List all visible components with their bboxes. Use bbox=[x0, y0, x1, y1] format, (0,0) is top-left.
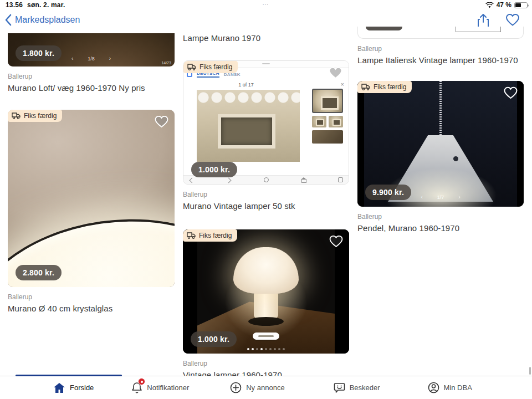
thumbnail bbox=[312, 116, 326, 127]
tab-notifikationer[interactable]: Notifikationer bbox=[131, 382, 189, 393]
carousel-next-icon[interactable]: › bbox=[109, 55, 111, 62]
tab-label: Beskeder bbox=[350, 383, 380, 392]
favorite-heart-button[interactable] bbox=[329, 234, 344, 248]
truck-icon bbox=[187, 64, 196, 70]
fiks-faerdig-label: Fiks færdig bbox=[24, 112, 57, 120]
listing-location: Ballerup bbox=[8, 293, 175, 301]
tab-beskeder[interactable]: Beskeder bbox=[334, 382, 380, 393]
listing-image-pendant-lamp[interactable]: Fiks færdig 9.900 kr. ‹ 1/7 › bbox=[357, 81, 524, 207]
browser-tabs-icon bbox=[338, 177, 343, 182]
inner-photo-counter: 1 of 17 bbox=[183, 82, 309, 88]
listing-location: Ballerup bbox=[183, 191, 349, 198]
fiks-faerdig-badge: Fiks færdig bbox=[183, 61, 238, 73]
thumbnail bbox=[312, 89, 343, 113]
plus-circle-icon bbox=[230, 382, 242, 393]
inner-main-photo bbox=[197, 90, 300, 162]
fiks-faerdig-label: Fiks færdig bbox=[199, 232, 232, 239]
truck-icon bbox=[187, 232, 196, 239]
photo-letterbox bbox=[357, 81, 364, 207]
image-counter: 14/23 bbox=[161, 61, 171, 65]
listing-location: Ballerup bbox=[8, 73, 175, 80]
listing-column-2: Lampe Murano 1970 DEUTSCH DANSK 1 of 17 … bbox=[183, 33, 349, 380]
listing-column-1: 1.800 kr. ‹ 1/8 › 14/23 Ballerup Murano … bbox=[8, 33, 175, 313]
notification-badge bbox=[138, 378, 145, 385]
scrollbar[interactable] bbox=[529, 367, 531, 375]
carousel-next-icon[interactable]: › bbox=[458, 194, 460, 200]
lamp-base bbox=[248, 317, 284, 326]
home-icon bbox=[53, 382, 65, 393]
fiks-faerdig-badge: Fiks færdig bbox=[357, 81, 412, 93]
browser-forward-icon bbox=[226, 177, 231, 182]
favorite-heart-button[interactable] bbox=[503, 86, 518, 100]
listing-image-gallery-screenshot[interactable]: DEUTSCH DANSK 1 of 17 × bbox=[183, 60, 349, 185]
browser-reload-icon bbox=[264, 177, 269, 182]
app-screen: 13.56søn. 2. mar. ⋯ 47 % Markedspladsen bbox=[0, 0, 532, 399]
listing-column-3: Ballerup Lampe Italiensk Vintage lamper … bbox=[357, 33, 524, 233]
tab-label: Notifikationer bbox=[147, 383, 189, 392]
browser-back-icon bbox=[189, 177, 194, 182]
fiks-faerdig-badge: Fiks færdig bbox=[183, 229, 237, 242]
listing-title[interactable]: Murano Ø 40 cm krystalglas bbox=[8, 304, 175, 313]
listing-title[interactable]: Lampe Italiensk Vintage lamper 1960-1970 bbox=[357, 55, 524, 65]
back-chevron-icon bbox=[4, 14, 12, 26]
tab-label: Forside bbox=[70, 383, 94, 392]
listing-title[interactable]: Murano Vintage lamper 50 stk bbox=[183, 201, 349, 211]
image-carousel-controls[interactable]: ‹ 1/8 › bbox=[8, 55, 175, 62]
carousel-prev-icon[interactable]: ‹ bbox=[421, 194, 422, 200]
carousel-prev-icon[interactable]: ‹ bbox=[71, 55, 73, 62]
listing-location: Ballerup bbox=[357, 45, 524, 53]
buy-button-partial bbox=[456, 27, 501, 32]
listing-title[interactable]: Murano Loft/ væg 1960-1970 Ny pris bbox=[8, 83, 175, 93]
listing-title[interactable]: Pendel, Murano 1960-1970 bbox=[357, 223, 524, 233]
listing-image-mushroom-lamp[interactable]: Fiks færdig 1.000 kr. bbox=[183, 229, 349, 354]
tab-ny-annonce[interactable]: Ny annonce bbox=[230, 382, 284, 393]
favorite-heart-button[interactable] bbox=[328, 66, 343, 80]
profile-icon bbox=[428, 382, 439, 393]
tab-label: Min DBA bbox=[444, 383, 472, 392]
thumbnail bbox=[329, 116, 343, 127]
photo-letterbox bbox=[517, 81, 524, 207]
carousel-page: 1/7 bbox=[437, 195, 444, 200]
fiks-faerdig-label: Fiks færdig bbox=[200, 63, 232, 71]
fiks-faerdig-label: Fiks færdig bbox=[374, 83, 406, 91]
listing-location: Ballerup bbox=[357, 213, 524, 221]
favorite-heart-button[interactable] bbox=[154, 115, 169, 129]
truck-icon bbox=[361, 84, 370, 90]
bottom-tab-bar: Forside Notifikationer Ny annonce Besked… bbox=[0, 376, 532, 399]
inner-close-icon: × bbox=[341, 81, 344, 88]
lamp-cap bbox=[233, 247, 299, 294]
truck-icon bbox=[12, 112, 21, 119]
tab-label: Ny annonce bbox=[246, 383, 284, 392]
active-tab-indicator bbox=[16, 375, 122, 376]
listing-image-cutoff[interactable] bbox=[357, 27, 524, 39]
browser-home-icon bbox=[301, 177, 306, 182]
wifi-icon bbox=[485, 2, 494, 8]
carousel-page: 1/8 bbox=[88, 56, 95, 62]
inner-thumbnails bbox=[312, 89, 344, 144]
buy-now-pill bbox=[253, 332, 279, 340]
price-badge: 1.000 kr. bbox=[191, 162, 237, 177]
image-carousel-controls[interactable]: ‹ 1/7 › bbox=[357, 194, 524, 200]
status-bar: 13.56søn. 2. mar. ⋯ 47 % bbox=[0, 0, 532, 10]
fiks-faerdig-badge: Fiks færdig bbox=[8, 110, 62, 122]
listing-image-murano-loft[interactable]: 1.800 kr. ‹ 1/8 › 14/23 bbox=[8, 33, 175, 66]
multitask-dots-icon: ⋯ bbox=[0, 1, 532, 8]
carousel-dots bbox=[183, 348, 349, 350]
listing-location: Ballerup bbox=[183, 360, 349, 367]
lamp-photo-decor bbox=[70, 33, 175, 66]
thumbnail bbox=[312, 130, 343, 144]
tab-min-dba[interactable]: Min DBA bbox=[428, 382, 472, 393]
price-badge: 1.000 kr. bbox=[191, 331, 237, 347]
tab-forside[interactable]: Forside bbox=[53, 382, 94, 393]
back-label: Markedspladsen bbox=[15, 15, 80, 25]
price-badge-partial bbox=[366, 27, 402, 30]
battery-icon bbox=[514, 2, 528, 8]
listing-title[interactable]: Lampe Murano 1970 bbox=[183, 33, 349, 43]
back-button[interactable]: Markedspladsen bbox=[4, 14, 80, 26]
chat-smiley-icon bbox=[334, 382, 345, 393]
price-badge: 2.800 kr. bbox=[16, 265, 62, 280]
lamp-cord bbox=[439, 81, 442, 136]
listing-image-krystalglas[interactable]: Fiks færdig 2.800 kr. bbox=[8, 110, 175, 287]
lamp-stem bbox=[254, 289, 278, 320]
battery-percent: 47 % bbox=[497, 1, 511, 9]
